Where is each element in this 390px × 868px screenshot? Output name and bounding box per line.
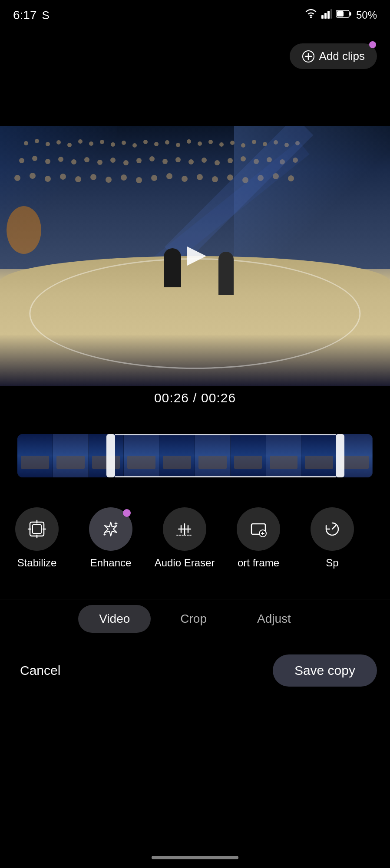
timeline-handle-right[interactable] [336, 434, 344, 477]
svg-point-66 [121, 174, 127, 181]
tab-video[interactable]: Video [78, 605, 151, 633]
svg-point-48 [162, 159, 168, 164]
svg-point-26 [187, 139, 191, 144]
svg-rect-4 [331, 9, 332, 19]
play-button[interactable] [178, 239, 212, 273]
cancel-button[interactable]: Cancel [13, 656, 67, 685]
svg-point-39 [45, 159, 50, 164]
save-copy-button[interactable]: Save copy [273, 654, 377, 687]
tab-crop[interactable]: Crop [159, 605, 228, 633]
tool-sp-icon-bg [311, 507, 354, 551]
svg-point-30 [230, 141, 235, 145]
svg-point-16 [78, 139, 83, 144]
tool-sp[interactable]: Sp [295, 507, 369, 569]
svg-point-28 [208, 140, 213, 144]
status-right: 50% [305, 9, 377, 21]
tool-short-frame-label: ort frame [238, 557, 279, 569]
carrier-indicator: S [42, 9, 50, 22]
svg-point-49 [175, 157, 181, 162]
signal-icon [321, 9, 332, 21]
timeline-selection [115, 434, 336, 477]
svg-point-68 [151, 175, 157, 181]
tool-enhance-label: Enhance [90, 557, 132, 569]
tool-stabilize-icon-bg [15, 507, 59, 551]
tab-crop-label: Crop [180, 612, 207, 625]
tab-video-label: Video [99, 612, 130, 625]
battery-percentage: 50% [356, 9, 377, 21]
video-player[interactable] [0, 126, 390, 386]
svg-point-54 [241, 156, 246, 161]
svg-point-50 [188, 159, 194, 164]
tool-audio-eraser-icon-bg [163, 507, 206, 551]
tool-stabilize-label: Stabilize [17, 557, 57, 569]
performer-2 [218, 252, 234, 295]
svg-point-31 [241, 143, 245, 148]
svg-point-22 [143, 140, 148, 144]
svg-point-13 [46, 142, 50, 146]
svg-point-47 [149, 156, 155, 161]
svg-rect-6 [349, 12, 351, 16]
save-copy-label: Save copy [294, 663, 355, 677]
battery-icon [336, 10, 352, 21]
frame-2 [53, 434, 89, 477]
tab-adjust[interactable]: Adjust [236, 605, 312, 633]
svg-point-77 [288, 175, 294, 181]
svg-point-45 [123, 160, 129, 165]
add-clips-button[interactable]: Add clips [290, 43, 377, 69]
svg-point-43 [97, 160, 102, 165]
svg-point-59 [14, 175, 20, 181]
cancel-label: Cancel [20, 663, 60, 677]
tool-sp-label: Sp [326, 557, 338, 569]
time-current-total: 00:26 / 00:26 [154, 391, 236, 405]
svg-point-15 [67, 143, 72, 147]
status-left: 6:17 S [13, 8, 50, 22]
stage-floor [0, 256, 390, 386]
svg-rect-3 [327, 11, 330, 19]
notification-dot [369, 41, 376, 48]
video-frame [0, 126, 390, 386]
short-frame-icon [249, 519, 268, 539]
svg-point-72 [212, 176, 218, 182]
svg-line-96 [332, 526, 336, 529]
svg-point-38 [32, 156, 37, 161]
status-time: 6:17 [13, 8, 37, 22]
play-icon [187, 247, 206, 266]
svg-point-25 [176, 143, 180, 147]
tool-short-frame[interactable]: ort frame [221, 507, 295, 569]
tab-bar: Video Crop Adjust [0, 599, 390, 638]
tool-enhance[interactable]: Enhance [74, 507, 148, 569]
status-bar: 6:17 S 50% [0, 0, 390, 30]
svg-point-17 [89, 141, 93, 146]
svg-point-11 [24, 141, 28, 145]
svg-point-67 [136, 177, 142, 183]
svg-point-71 [197, 174, 203, 180]
svg-rect-7 [337, 11, 344, 16]
enhance-notification-dot [123, 509, 131, 517]
svg-point-12 [35, 139, 39, 143]
svg-point-42 [84, 157, 89, 162]
timeline-handle-left[interactable] [106, 434, 115, 477]
add-clips-icon [302, 50, 315, 63]
sp-icon [323, 519, 342, 539]
svg-point-64 [90, 174, 96, 180]
svg-rect-2 [324, 13, 327, 19]
timeline-scrubber[interactable] [17, 434, 373, 477]
svg-point-62 [60, 174, 66, 180]
svg-point-14 [56, 140, 61, 145]
stage-oval [29, 258, 360, 369]
tools-row: Stabilize Enhance Audio Eraser [0, 495, 390, 582]
svg-point-29 [219, 142, 224, 147]
svg-point-23 [154, 142, 159, 146]
svg-point-60 [30, 173, 36, 179]
add-clips-label: Add clips [319, 49, 365, 63]
svg-point-32 [252, 140, 256, 144]
svg-rect-82 [33, 525, 41, 533]
svg-point-24 [165, 140, 169, 145]
svg-point-65 [106, 177, 112, 183]
svg-point-40 [58, 157, 63, 162]
tool-stabilize[interactable]: Stabilize [0, 507, 74, 569]
tool-audio-eraser[interactable]: Audio Eraser [148, 507, 221, 569]
svg-point-52 [215, 160, 220, 165]
svg-point-21 [132, 143, 137, 148]
tool-audio-eraser-label: Audio Eraser [155, 557, 215, 569]
